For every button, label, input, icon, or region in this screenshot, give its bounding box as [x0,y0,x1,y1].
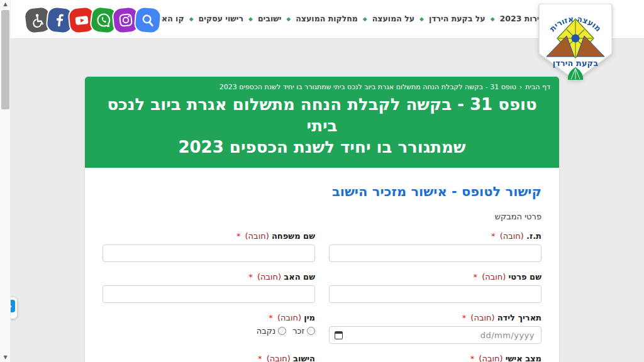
breadcrumb-home-link[interactable]: דף הבית [525,83,550,91]
applicant-form: ת.ז. (חובה) * שם משפחה (חובה) * [103,231,541,362]
page: « בחירות 2023◆על בקעת הירדן◆על המועצה◆מח… [0,0,644,362]
nav-item-council-departments[interactable]: מחלקות המועצה [296,14,358,23]
page-title: טופס 31 - בקשה לקבלת הנחה מתשלום אגרת בי… [94,94,550,158]
scroll-up-arrow-icon[interactable]: ▲ [0,0,11,9]
facebook-icon [52,12,68,28]
field-birth-date: תאריך לידה (חובה) * dd/mm/yyyy [329,313,541,344]
field-label: מצב אישי (חובה) * [329,354,541,362]
field-label: תאריך לידה (חובה) * [329,313,541,322]
birth-date-input[interactable]: dd/mm/yyyy [329,326,541,344]
radio-gender-female[interactable]: נקבה [257,326,286,336]
father-name-input[interactable] [103,285,315,303]
field-label: שם משפחה (חובה) * [103,231,315,241]
nav-item-about-jordan-valley[interactable]: על בקעת הירדן [429,14,486,23]
last-name-input[interactable] [103,244,315,262]
nav-item-settlements[interactable]: ישובים [258,14,281,23]
instagram-icon [118,12,134,28]
diamond-separator-icon: ◆ [419,16,424,22]
main-nav: בחירות 2023◆על בקעת הירדן◆על המועצה◆מחלק… [133,14,550,23]
applicant-details-section-label: פרטי המבקש [103,212,541,221]
radio-gender-male[interactable]: זכר [292,326,315,336]
youtube-button[interactable] [69,7,95,33]
page-title-line1: טופס 31 - בקשה לקבלת הנחה מתשלום אגרת בי… [107,95,536,135]
form-card: דף הבית‹טופס 31 - בקשה לקבלת הנחה מתשלום… [85,77,559,362]
form-content: קישור לטופס - אישור מזכיר הישוב פרטי המב… [85,168,559,362]
field-label: ת.ז. (חובה) * [329,231,541,241]
field-label: מין (חובה) * [103,313,315,322]
whatsapp-icon [95,11,113,30]
field-father-name: שם האב (חובה) * [103,272,315,303]
social-icons-bar [28,8,160,32]
diamond-separator-icon: ◆ [189,16,194,22]
breadcrumb-separator-icon: ‹ [519,83,522,91]
diamond-separator-icon: ◆ [491,16,495,22]
page-title-line2: שמתגורר בו יחיד לשנת הכספים 2023 [178,138,465,156]
council-logo-shield: מועצה אזורית בקעת הירדן [538,4,613,82]
form-banner: דף הבית‹טופס 31 - בקשה לקבלת הנחה מתשלום… [85,77,559,168]
search-icon [140,12,156,28]
nav-item-business-licensing[interactable]: רישוי עסקים [199,14,243,23]
field-id-number: ת.ז. (חובה) * [329,231,541,262]
accessibility-icon [30,12,47,29]
field-first-name: שם פרטי (חובה) * [329,272,541,303]
field-label: הישוב (חובה) * [103,354,315,362]
gender-radio-group: זכר נקבה [103,326,315,336]
breadcrumb: דף הבית‹טופס 31 - בקשה לקבלת הנחה מתשלום… [94,83,550,91]
scrollbar: ▲ ▼ [0,0,11,362]
nav-item-about-council[interactable]: על המועצה [372,14,414,23]
diamond-separator-icon: ◆ [363,16,367,22]
secretary-approval-form-link[interactable]: קישור לטופס - אישור מזכיר הישוב [103,184,541,199]
date-placeholder: dd/mm/yyyy [480,331,535,340]
diamond-separator-icon: ◆ [248,16,253,22]
field-label: שם פרטי (חובה) * [329,272,541,282]
council-logo[interactable]: מועצה אזורית בקעת הירדן [538,4,613,82]
breadcrumb-current: טופס 31 - בקשה לקבלת הנחה מתשלום אגרת בי… [219,83,516,91]
logo-text-bottom: בקעת הירדן [553,58,598,68]
field-settlement: הישוב (חובה) * [103,354,315,362]
field-label: שם האב (חובה) * [103,272,315,282]
instagram-button[interactable] [113,7,139,33]
field-last-name: שם משפחה (חובה) * [103,231,315,262]
id-number-input[interactable] [329,244,541,262]
gender-male-radio[interactable] [307,327,315,335]
calendar-icon[interactable] [335,331,343,339]
diamond-separator-icon: ◆ [286,16,291,22]
youtube-icon [73,11,91,30]
field-marital-status: מצב אישי (חובה) * רווק נשוי גרוש אלמן [329,354,541,362]
search-button[interactable] [135,7,160,33]
field-gender: מין (חובה) * זכר נקבה [103,313,315,344]
gender-female-radio[interactable] [278,327,286,335]
scroll-down-arrow-icon[interactable]: ▼ [0,353,11,362]
facebook-button[interactable] [47,7,73,33]
whatsapp-button[interactable] [91,7,117,33]
scrollbar-thumb[interactable] [1,10,9,109]
first-name-input[interactable] [329,285,541,303]
